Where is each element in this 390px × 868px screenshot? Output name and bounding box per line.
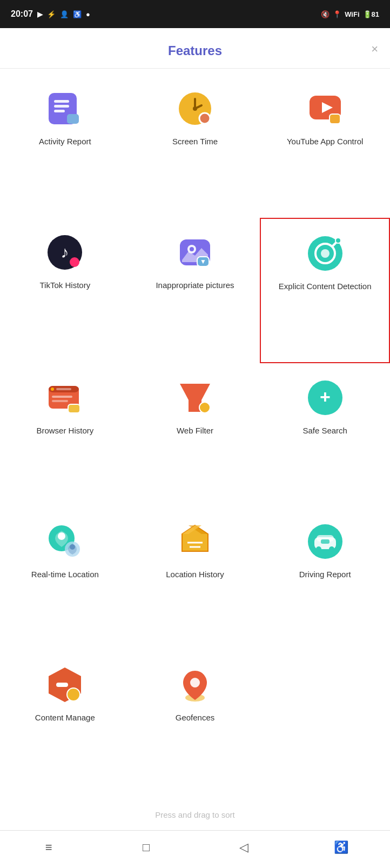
mute-icon: 🔇 — [321, 10, 330, 18]
feature-tiktok-history[interactable]: ♪ TikTok History — [0, 218, 130, 364]
svg-point-56 — [190, 678, 200, 687]
svg-text:♪: ♪ — [61, 243, 69, 261]
tiktok-history-icon: ♪ — [45, 233, 84, 272]
svg-rect-12 — [330, 114, 340, 124]
svg-point-23 — [321, 249, 330, 258]
inappropriate-pictures-label: Inappropriate pictures — [156, 279, 234, 291]
status-time: 20:07 — [11, 9, 33, 19]
svg-rect-29 — [56, 388, 71, 390]
features-grid: Activity Report Screen Time — [0, 69, 390, 799]
safe-search-icon: + — [306, 378, 345, 417]
feature-geofences[interactable]: Geofences — [130, 650, 260, 794]
svg-rect-3 — [54, 110, 65, 112]
screen-time-icon — [176, 89, 214, 128]
wifi-icon: WiFi — [345, 10, 359, 18]
person-status-icon: 👤 — [60, 10, 69, 18]
svg-rect-30 — [52, 396, 72, 398]
feature-driving-report[interactable]: Driving Report — [260, 507, 390, 651]
realtime-location-label: Real-time Location — [31, 569, 99, 580]
content-manage-label: Content Manage — [35, 712, 95, 723]
screen-time-label: Screen Time — [172, 136, 218, 147]
geofences-icon — [176, 665, 214, 704]
page-title: Features — [168, 43, 222, 58]
feature-realtime-location[interactable]: Real-time Location — [0, 507, 130, 651]
status-bar: 20:07 ▶ ⚡ 👤 ♿ ● 🔇 📍 WiFi 🔋81 — [0, 0, 390, 28]
nav-bar: ≡ □ ◁ ♿ — [0, 830, 390, 868]
browser-history-icon — [45, 378, 84, 417]
feature-location-history[interactable]: Location History — [130, 507, 260, 651]
battery-icon: 🔋81 — [363, 10, 379, 18]
location-history-icon — [176, 522, 214, 561]
svg-point-49 — [316, 546, 321, 552]
safe-search-label: Safe Search — [302, 425, 347, 436]
svg-rect-2 — [54, 105, 69, 108]
svg-rect-53 — [56, 683, 68, 687]
feature-browser-history[interactable]: Browser History — [0, 363, 130, 507]
youtube-status-icon: ▶ — [37, 10, 43, 18]
svg-point-15 — [70, 257, 79, 267]
svg-point-50 — [329, 546, 334, 552]
location-icon: 📍 — [333, 10, 341, 18]
dot-status-icon: ● — [86, 10, 90, 18]
status-left: 20:07 ▶ ⚡ 👤 ♿ ● — [11, 9, 90, 19]
geofences-label: Geofences — [176, 712, 215, 723]
main-container: Features × Activity Report — [0, 28, 390, 830]
nav-menu-button[interactable]: ≡ — [37, 836, 60, 859]
youtube-app-control-icon — [306, 89, 345, 128]
svg-rect-32 — [68, 404, 80, 413]
inappropriate-pictures-icon: ▼ — [176, 233, 214, 272]
feature-web-filter[interactable]: Web Filter — [130, 363, 260, 507]
activity-status-icon: ⚡ — [47, 10, 56, 18]
svg-rect-1 — [54, 100, 69, 103]
svg-rect-4 — [67, 114, 79, 124]
close-button[interactable]: × — [371, 43, 378, 55]
svg-point-18 — [190, 247, 194, 251]
feature-youtube-app-control[interactable]: YouTube App Control — [260, 74, 390, 218]
svg-text:+: + — [320, 386, 331, 407]
feature-explicit-content-detection[interactable]: Explicit Content Detection — [260, 218, 390, 364]
realtime-location-icon — [45, 522, 84, 561]
feature-activity-report[interactable]: Activity Report — [0, 74, 130, 218]
svg-point-54 — [67, 688, 80, 701]
nav-accessibility-button[interactable]: ♿ — [330, 836, 353, 859]
driving-report-label: Driving Report — [299, 569, 351, 580]
svg-point-8 — [193, 106, 197, 111]
svg-rect-28 — [51, 388, 54, 391]
browser-history-label: Browser History — [36, 425, 93, 436]
nav-home-button[interactable]: □ — [135, 836, 158, 859]
web-filter-icon — [176, 378, 214, 417]
svg-point-25 — [335, 238, 341, 243]
content-manage-icon — [45, 665, 84, 704]
status-right: 🔇 📍 WiFi 🔋81 — [321, 10, 379, 18]
sort-hint: Press and drag to sort — [0, 799, 390, 830]
activity-report-icon — [45, 89, 84, 128]
svg-rect-31 — [52, 400, 68, 402]
tiktok-history-label: TikTok History — [40, 279, 91, 291]
explicit-content-detection-icon — [306, 234, 345, 273]
driving-report-icon — [306, 522, 345, 561]
feature-safe-search[interactable]: + Safe Search — [260, 363, 390, 507]
feature-inappropriate-pictures[interactable]: ▼ Inappropriate pictures — [130, 218, 260, 364]
accessibility-status-icon: ♿ — [73, 10, 82, 18]
feature-content-manage[interactable]: Content Manage — [0, 650, 130, 794]
feature-screen-time[interactable]: Screen Time — [130, 74, 260, 218]
youtube-app-control-label: YouTube App Control — [287, 136, 364, 147]
nav-back-button[interactable]: ◁ — [232, 836, 255, 859]
svg-point-34 — [199, 402, 210, 413]
activity-report-label: Activity Report — [39, 136, 91, 147]
svg-rect-51 — [321, 539, 330, 544]
location-history-label: Location History — [166, 569, 224, 580]
svg-text:▼: ▼ — [200, 258, 206, 265]
svg-point-9 — [199, 113, 210, 124]
header: Features × — [0, 28, 390, 69]
explicit-content-detection-label: Explicit Content Detection — [279, 281, 372, 292]
web-filter-label: Web Filter — [177, 425, 213, 436]
